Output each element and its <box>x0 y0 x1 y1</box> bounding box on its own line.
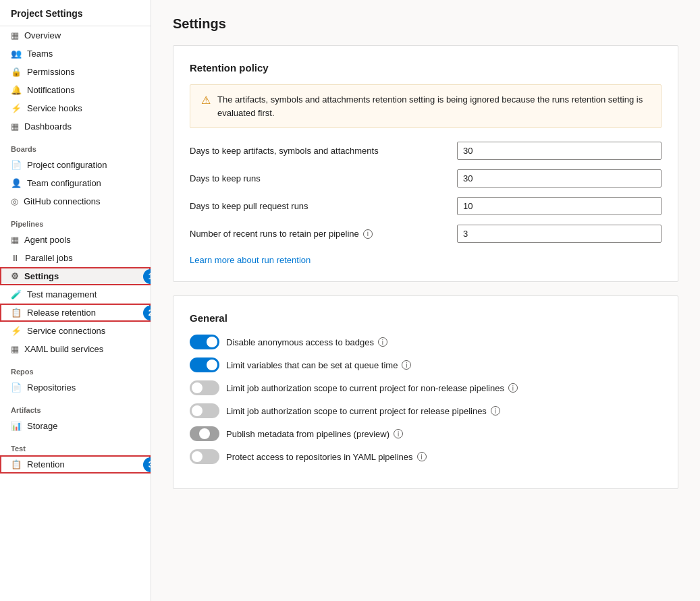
field-input-0[interactable] <box>457 142 662 160</box>
form-row-2: Days to keep pull request runs <box>190 197 662 215</box>
pipelines-section-label: Pipelines <box>0 210 151 231</box>
form-label-0: Days to keep artifacts, symbols and atta… <box>190 146 446 156</box>
toggle-2[interactable] <box>190 380 219 395</box>
pipelines-label-4: Release retention <box>27 308 96 318</box>
pipelines-icon-1: ⏸ <box>11 253 20 263</box>
toggle-label-3: Limit job authorization scope to current… <box>226 406 500 416</box>
info-icon-3: i <box>363 229 373 239</box>
pipelines-label-5: Service connections <box>27 326 105 336</box>
badge-pipelines-4: 2 <box>143 306 151 320</box>
artifacts-section-label: Artifacts <box>0 397 151 417</box>
general-label-4: Service hooks <box>27 103 82 113</box>
boards-label-0: Project configuration <box>27 160 107 170</box>
artifacts-icon-0: 📊 <box>11 421 22 431</box>
boards-icon-1: 👤 <box>11 178 22 188</box>
toggle-info-2: i <box>508 383 518 393</box>
general-icon-1: 👥 <box>11 49 22 59</box>
pipelines-icon-3: 🧪 <box>11 289 22 299</box>
toggle-row-3: Limit job authorization scope to current… <box>190 403 662 418</box>
form-row-0: Days to keep artifacts, symbols and atta… <box>190 142 662 160</box>
repos-label-0: Repositories <box>27 382 76 393</box>
toggle-4[interactable] <box>190 426 219 441</box>
general-label-3: Notifications <box>27 85 75 95</box>
sidebar-item-boards-2[interactable]: ◎GitHub connections <box>0 192 151 210</box>
toggle-0[interactable] <box>190 335 219 349</box>
pipelines-label-1: Parallel jobs <box>25 253 73 263</box>
page-title: Settings <box>173 16 678 32</box>
sidebar-item-repos-0[interactable]: 📄Repositories <box>0 378 151 397</box>
form-label-2: Days to keep pull request runs <box>190 201 446 211</box>
toggle-info-4: i <box>394 429 403 438</box>
general-label-1: Teams <box>27 49 53 59</box>
toggle-info-0: i <box>378 337 387 347</box>
toggle-row-1: Limit variables that can be set at queue… <box>190 357 662 372</box>
test-section-label: Test <box>0 435 151 455</box>
general-icon-0: ▦ <box>11 30 19 40</box>
boards-icon-2: ◎ <box>11 196 18 206</box>
warning-icon: ⚠ <box>201 94 211 107</box>
form-row-1: Days to keep runs <box>190 169 662 188</box>
form-label-3: Number of recent runs to retain per pipe… <box>190 229 446 239</box>
field-input-3[interactable] <box>457 225 662 243</box>
repos-icon-0: 📄 <box>11 382 22 393</box>
boards-label-2: GitHub connections <box>24 196 100 206</box>
toggle-label-0: Disable anonymous access to badgesi <box>226 337 387 347</box>
general-icon-2: 🔒 <box>11 67 22 77</box>
sidebar-item-boards-0[interactable]: 📄Project configuration <box>0 156 151 174</box>
toggle-label-4: Publish metadata from pipelines (preview… <box>226 429 403 439</box>
sidebar-item-pipelines-2[interactable]: ⚙Settings1 <box>0 267 151 285</box>
sidebar-item-general-4[interactable]: ⚡Service hooks <box>0 99 151 117</box>
sidebar-item-pipelines-5[interactable]: ⚡Service connections <box>0 322 151 340</box>
pipelines-label-6: XAML build services <box>24 344 103 354</box>
pipelines-icon-6: ▦ <box>11 344 19 354</box>
sidebar-item-general-3[interactable]: 🔔Notifications <box>0 81 151 99</box>
toggle-3[interactable] <box>190 403 219 418</box>
sidebar-item-boards-1[interactable]: 👤Team configuration <box>0 174 151 192</box>
toggle-info-3: i <box>491 406 500 416</box>
sidebar-item-pipelines-1[interactable]: ⏸Parallel jobs <box>0 249 151 267</box>
form-row-3: Number of recent runs to retain per pipe… <box>190 225 662 243</box>
pipelines-icon-0: ▦ <box>11 235 19 245</box>
sidebar-item-general-1[interactable]: 👥Teams <box>0 45 151 63</box>
sidebar: Project Settings ▦Overview👥Teams🔒Permiss… <box>0 0 151 601</box>
toggle-info-5: i <box>417 452 427 461</box>
sidebar-item-general-5[interactable]: ▦Dashboards <box>0 117 151 136</box>
test-label-0: Retention <box>27 459 65 469</box>
sidebar-item-pipelines-0[interactable]: ▦Agent pools <box>0 231 151 249</box>
retention-policy-card: Retention policy ⚠ The artifacts, symbol… <box>173 45 678 282</box>
sidebar-item-test-0[interactable]: 📋Retention3 <box>0 455 151 474</box>
sidebar-item-general-2[interactable]: 🔒Permissions <box>0 63 151 81</box>
retention-section-title: Retention policy <box>190 62 662 74</box>
toggle-5[interactable] <box>190 449 219 464</box>
toggle-label-5: Protect access to repositories in YAML p… <box>226 452 427 462</box>
sidebar-item-pipelines-3[interactable]: 🧪Test management <box>0 285 151 304</box>
artifacts-label-0: Storage <box>27 421 58 431</box>
form-label-1: Days to keep runs <box>190 173 446 183</box>
field-input-1[interactable] <box>457 169 662 188</box>
toggle-row-4: Publish metadata from pipelines (preview… <box>190 426 662 441</box>
general-icon-3: 🔔 <box>11 85 22 95</box>
badge-test-0: 3 <box>143 457 151 472</box>
field-input-2[interactable] <box>457 197 662 215</box>
test-icon-0: 📋 <box>11 459 22 469</box>
general-card: General Disable anonymous access to badg… <box>173 295 678 489</box>
general-label-2: Permissions <box>27 67 75 77</box>
sidebar-item-artifacts-0[interactable]: 📊Storage <box>0 417 151 435</box>
general-label-0: Overview <box>24 30 61 40</box>
boards-label-1: Team configuration <box>27 178 101 188</box>
toggle-label-1: Limit variables that can be set at queue… <box>226 360 411 370</box>
sidebar-item-pipelines-4[interactable]: 📋Release retention2 <box>0 304 151 322</box>
sidebar-item-pipelines-6[interactable]: ▦XAML build services <box>0 340 151 358</box>
general-icon-5: ▦ <box>11 121 19 132</box>
boards-section-label: Boards <box>0 136 151 156</box>
general-section-title: General <box>190 312 662 324</box>
pipelines-icon-4: 📋 <box>11 308 22 318</box>
general-icon-4: ⚡ <box>11 103 22 113</box>
toggle-1[interactable] <box>190 357 219 372</box>
sidebar-header: Project Settings <box>0 0 151 26</box>
toggle-row-0: Disable anonymous access to badgesi <box>190 335 662 349</box>
sidebar-item-general-0[interactable]: ▦Overview <box>0 26 151 45</box>
main-content: Settings Retention policy ⚠ The artifact… <box>151 0 700 601</box>
pipelines-icon-2: ⚙ <box>11 271 19 281</box>
learn-more-link[interactable]: Learn more about run retention <box>190 255 311 265</box>
